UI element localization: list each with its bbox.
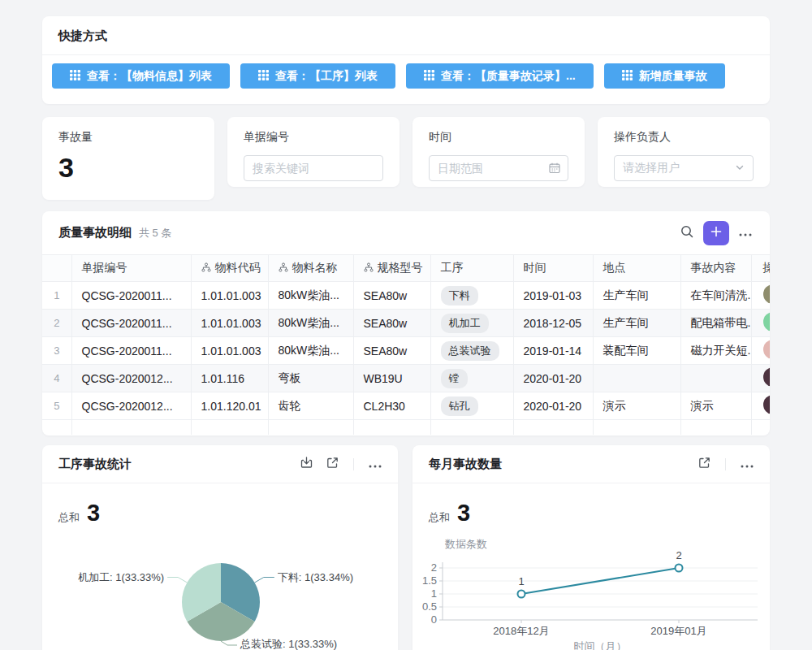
- pie-total-label: 总和: [58, 510, 80, 525]
- relation-icon: [201, 262, 211, 275]
- grid-icon: [424, 70, 434, 83]
- download-button[interactable]: [295, 453, 317, 475]
- column-header[interactable]: 地点: [593, 255, 680, 282]
- shortcuts-title: 快捷方式: [42, 16, 770, 55]
- process-pie-chart: 下料: 1(33.34%)总装试验: 1(33.33%)机加工: 1(33.33…: [42, 559, 398, 650]
- operator-select[interactable]: 请选择用户: [614, 155, 754, 181]
- avatar: [763, 395, 771, 414]
- svg-text:0.5: 0.5: [422, 600, 437, 613]
- column-header[interactable]: 工序: [430, 255, 513, 282]
- line-card-title: 每月事故数量: [429, 457, 502, 472]
- grid-icon: [70, 70, 80, 83]
- line-total-label: 总和: [429, 510, 450, 525]
- svg-text:总装试验: 1(33.33%): 总装试验: 1(33.33%): [240, 638, 337, 650]
- svg-text:数据条数: 数据条数: [444, 538, 487, 550]
- operator-filter-card: 操作负责人 请选择用户: [598, 117, 770, 187]
- table-row[interactable]: 2 QCSG-2020011... 1.01.01.003 80kW柴油... …: [42, 310, 770, 337]
- table-card-title: 质量事故明细: [58, 225, 132, 240]
- svg-text:下料: 1(33.34%): 下料: 1(33.34%): [278, 571, 353, 583]
- calendar-icon[interactable]: [548, 162, 561, 178]
- incident-count-label: 事故量: [58, 130, 198, 145]
- search-button[interactable]: [676, 222, 698, 245]
- open-in-new-icon: [326, 456, 339, 472]
- plus-icon: [710, 226, 722, 240]
- shortcut-button-new-incident[interactable]: 新增质量事故: [604, 63, 725, 89]
- avatar: [763, 312, 771, 332]
- column-header[interactable]: 物料名称: [268, 255, 353, 282]
- process-tag: 镗: [441, 369, 468, 388]
- relation-icon: [364, 262, 374, 275]
- incident-table: 单据编号 物料代码 物料名称 规格型号 工序 时间 地点 事故内容 操作负责人 …: [42, 254, 770, 435]
- svg-text:0: 0: [431, 613, 437, 626]
- record-count: 共 5 条: [139, 226, 171, 240]
- process-tag: 下料: [441, 286, 478, 306]
- shortcut-button-incident-records[interactable]: 查看：【质量事故记录】...: [406, 63, 594, 89]
- svg-text:时间（月）: 时间（月）: [574, 640, 627, 650]
- open-in-new-button[interactable]: [321, 453, 343, 475]
- open-in-new-button[interactable]: [693, 453, 715, 475]
- table-empty-row: [42, 420, 770, 436]
- incident-count-card: 事故量 3: [42, 117, 214, 200]
- column-header[interactable]: 单据编号: [71, 255, 191, 282]
- process-incident-stats-card: 工序事故统计 总和 3 下料: 1(33.34%)总装试验: 1(33: [42, 445, 398, 650]
- doc-number-filter-card: 单据编号: [227, 117, 400, 187]
- doc-number-search-input[interactable]: [244, 155, 383, 181]
- time-filter-label: 时间: [429, 130, 568, 145]
- add-record-button[interactable]: [703, 221, 729, 245]
- shortcuts-card: 快捷方式 查看：【物料信息】列表 查看：【工序】列表 查看：【质量事故记录】..…: [42, 16, 770, 104]
- download-icon: [300, 456, 313, 472]
- shortcut-button-label: 查看：【物料信息】列表: [87, 69, 212, 84]
- grid-icon: [258, 70, 269, 83]
- column-header[interactable]: 时间: [513, 255, 593, 282]
- more-button[interactable]: [734, 222, 757, 245]
- open-in-new-icon: [698, 456, 711, 472]
- table-row[interactable]: 4 QCSG-2020012... 1.01.116 弯板 WB19U 镗 20…: [42, 365, 770, 392]
- divider: [353, 458, 354, 470]
- more-button[interactable]: [736, 453, 758, 475]
- column-header[interactable]: 物料代码: [191, 255, 268, 282]
- svg-text:2: 2: [676, 549, 681, 561]
- more-icon: [739, 227, 752, 239]
- line-total-value: 3: [457, 500, 470, 526]
- svg-text:1.5: 1.5: [422, 574, 437, 587]
- monthly-incident-card: 每月事故数量 总和 3 00.511.52数据条数2018年12月2019年01…: [412, 445, 770, 650]
- more-button[interactable]: [364, 453, 387, 475]
- monthly-line-chart: 00.511.52数据条数2018年12月2019年01月时间（月）12: [412, 526, 770, 650]
- doc-number-label: 单据编号: [244, 130, 383, 145]
- operator-select-placeholder: 请选择用户: [623, 161, 680, 176]
- shortcut-button-label: 查看：【质量事故记录】...: [441, 69, 576, 84]
- more-icon: [369, 458, 382, 470]
- process-tag: 钻孔: [441, 396, 478, 416]
- table-header-row: 单据编号 物料代码 物料名称 规格型号 工序 时间 地点 事故内容 操作负责人: [42, 255, 770, 282]
- divider: [725, 458, 726, 470]
- shortcuts-button-row: 查看：【物料信息】列表 查看：【工序】列表 查看：【质量事故记录】... 新增质…: [42, 55, 770, 97]
- avatar: [763, 284, 771, 304]
- chevron-down-icon: [735, 162, 745, 175]
- svg-text:2: 2: [431, 561, 437, 574]
- avatar: [763, 340, 771, 359]
- column-header[interactable]: 操作负责人: [751, 255, 770, 282]
- process-tag: 机加工: [441, 314, 489, 333]
- row-number-header: [42, 255, 71, 282]
- table-row[interactable]: 5 QCSG-2020012... 1.01.120.01 齿轮 CL2H30 …: [42, 392, 770, 420]
- svg-text:2018年12月: 2018年12月: [493, 625, 549, 637]
- svg-text:2019年01月: 2019年01月: [650, 625, 706, 637]
- table-row[interactable]: 1 QCSG-2020011... 1.01.01.003 80kW柴油... …: [42, 282, 770, 310]
- process-tag: 总装试验: [441, 341, 499, 361]
- incident-count-value: 3: [58, 152, 198, 184]
- shortcut-button-process-list[interactable]: 查看：【工序】列表: [240, 63, 395, 89]
- table-row[interactable]: 3 QCSG-2020011... 1.01.01.003 80kW柴油... …: [42, 337, 770, 365]
- relation-icon: [279, 262, 288, 275]
- svg-text:1: 1: [431, 587, 437, 600]
- avatar: [763, 367, 771, 387]
- pie-total-value: 3: [87, 500, 100, 526]
- search-icon: [680, 224, 694, 241]
- more-icon: [741, 458, 754, 470]
- pie-card-title: 工序事故统计: [58, 457, 132, 472]
- shortcut-button-label: 新增质量事故: [639, 69, 707, 84]
- svg-text:机加工: 1(33.33%): 机加工: 1(33.33%): [78, 571, 164, 583]
- shortcut-button-material-list[interactable]: 查看：【物料信息】列表: [52, 63, 230, 89]
- time-filter-card: 时间: [412, 117, 585, 187]
- column-header[interactable]: 事故内容: [680, 255, 751, 282]
- column-header[interactable]: 规格型号: [353, 255, 430, 282]
